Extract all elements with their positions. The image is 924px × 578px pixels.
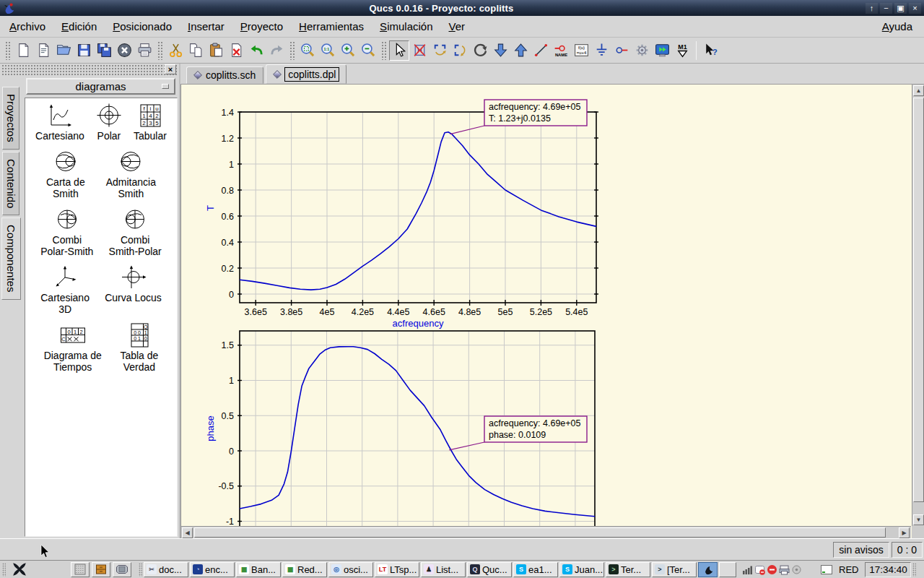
zoom-fit-button[interactable]: [297, 40, 318, 61]
task-ea1[interactable]: Sea1...: [513, 562, 558, 577]
new-text-button[interactable]: [33, 40, 53, 61]
task-enc[interactable]: ◔enc...: [190, 562, 235, 577]
menu-proyecto[interactable]: Proyecto: [232, 17, 291, 35]
menu-edicio-n[interactable]: Edición: [53, 17, 105, 35]
category-combobox[interactable]: diagramas: [26, 78, 175, 95]
task-list[interactable]: ♟List...: [421, 562, 466, 577]
close-document-button[interactable]: [114, 40, 134, 61]
disc-icon[interactable]: [791, 564, 802, 575]
dock-close-button[interactable]: ×: [165, 64, 176, 74]
cut-button[interactable]: [165, 40, 186, 61]
scroll-down-icon[interactable]: ▼: [913, 514, 924, 525]
scroll-right-icon[interactable]: ▶: [899, 527, 910, 538]
insert-ground-button[interactable]: [591, 40, 611, 61]
open-button[interactable]: [53, 40, 74, 61]
menu-simulacio-n[interactable]: Simulación: [372, 17, 440, 35]
vertical-scrollbar[interactable]: ▲ ▼: [912, 85, 924, 526]
tab-coplitts-dpl[interactable]: coplitts.dpl: [266, 64, 346, 84]
window-manager-logo-icon[interactable]: [12, 561, 27, 577]
task-ter[interactable]: >[Ter...: [652, 562, 697, 577]
diagram-item-curve-locus[interactable]: Curva Locus: [105, 264, 162, 304]
diagram-item-cartesian[interactable]: Cartesiano: [35, 103, 84, 142]
diagram-item-combi-smith-polar[interactable]: CombiSmith-Polar: [109, 207, 162, 258]
mirror-horizontal-button[interactable]: [450, 40, 470, 61]
launcher-screen[interactable]: [113, 562, 131, 577]
launcher-drawer[interactable]: [92, 562, 110, 577]
simulate-button[interactable]: [652, 40, 672, 61]
menu-ayuda[interactable]: Ayuda: [874, 17, 923, 35]
task-ter[interactable]: >Ter...: [606, 562, 650, 577]
sidebar-tab-proyectos[interactable]: Proyectos: [2, 87, 19, 150]
restore-button[interactable]: ▣: [894, 3, 907, 14]
select-button[interactable]: [389, 40, 409, 61]
active-task-button[interactable]: [698, 562, 718, 577]
taskbar-grip[interactable]: [912, 563, 916, 577]
whats-this-button[interactable]: ?: [700, 40, 720, 61]
task-red[interactable]: ▦Red...: [282, 562, 327, 577]
shade-button[interactable]: ↑: [866, 3, 878, 14]
menu-posicionado[interactable]: Posicionado: [105, 17, 180, 35]
diagram-item-truth-table[interactable]: Q0 010 10Tabla deVerdad: [120, 322, 158, 374]
insert-port-button[interactable]: [611, 40, 632, 61]
task-quc[interactable]: QQuc...: [467, 562, 512, 577]
redo-button[interactable]: [266, 40, 287, 61]
mirror-vertical-button[interactable]: [430, 40, 450, 61]
diagram-item-tabular[interactable]: fiu142235Tabular: [134, 103, 167, 142]
pop-out-button[interactable]: [510, 40, 531, 61]
undo-button[interactable]: [246, 40, 266, 61]
set-marker-button[interactable]: M1: [672, 40, 692, 61]
taskbar-grip[interactable]: [139, 563, 142, 577]
taskbar-grip[interactable]: [2, 563, 6, 577]
pager-mini-window[interactable]: [821, 565, 832, 574]
diagram-item-smith[interactable]: Carta deSmith: [46, 149, 85, 200]
sidebar-tab-componentes[interactable]: Componentes: [1, 217, 21, 299]
diagram-item-admittance-smith[interactable]: AdmitanciaSmith: [106, 149, 156, 200]
insert-equation-button[interactable]: f(u)=u+4: [571, 40, 591, 61]
dock-drag-handle[interactable]: ×: [1, 64, 178, 75]
menu-herramientas[interactable]: Herramientas: [291, 17, 372, 35]
zoom-reset-button[interactable]: 1:1: [318, 40, 338, 61]
diagram-item-timing-diagram[interactable]: 012CDiagrama deTiempos: [44, 322, 102, 374]
mute-icon[interactable]: [767, 564, 777, 575]
menu-insertar[interactable]: Insertar: [180, 17, 232, 35]
toolbar-grip[interactable]: [289, 41, 295, 60]
horizontal-scrollbar[interactable]: ◀ ▶: [181, 526, 911, 538]
signal-bars-icon[interactable]: [742, 564, 753, 575]
zoom-in-button[interactable]: [338, 40, 358, 61]
minimize-button[interactable]: −: [880, 3, 892, 14]
diagram-canvas[interactable]: 00.20.40.60.811.21.43.6e53.8e54e54.2e54.…: [181, 85, 911, 526]
diagram-item-polar[interactable]: Polar: [95, 103, 123, 142]
toolbar-grip[interactable]: [381, 41, 386, 60]
scroll-up-icon[interactable]: ▲: [913, 85, 924, 96]
task-osci[interactable]: ◎osci...: [328, 562, 373, 577]
zoom-out-button[interactable]: [358, 40, 378, 61]
toolbar-grip[interactable]: [157, 41, 162, 60]
diagram-item-combi-polar-smith[interactable]: CombiPolar-Smith: [40, 207, 93, 258]
paste-button[interactable]: [206, 40, 226, 61]
menu-ver[interactable]: Ver: [441, 17, 474, 35]
sidebar-tab-contenido[interactable]: Contenido: [2, 152, 19, 215]
save-all-button[interactable]: [94, 40, 114, 61]
delete-button[interactable]: [226, 40, 246, 61]
diagram-item-cartesian-3d[interactable]: Cartesiano3D: [40, 264, 90, 316]
menu-archivo[interactable]: Archivo: [1, 17, 53, 35]
rotate-button[interactable]: [470, 40, 490, 61]
print-queue-icon[interactable]: [779, 564, 790, 575]
task-ban[interactable]: ▦Ban...: [236, 562, 281, 577]
print-button[interactable]: [134, 40, 154, 61]
scroll-left-icon[interactable]: ◀: [182, 527, 193, 538]
wire-label-button[interactable]: NAME: [551, 40, 571, 61]
deactivate-component-button[interactable]: [409, 40, 430, 61]
go-into-subcircuit-button[interactable]: [490, 40, 510, 61]
task-ltsp[interactable]: LTLTsp...: [375, 562, 419, 577]
text-editor-button[interactable]: [632, 40, 652, 61]
tab-coplitts-sch[interactable]: coplitts.sch: [186, 66, 263, 84]
task-doc[interactable]: ✂doc...: [144, 562, 188, 577]
task-juan[interactable]: SJuan...: [559, 562, 604, 577]
horizontal-scroll-thumb[interactable]: [194, 527, 886, 538]
copy-button[interactable]: [186, 40, 206, 61]
save-button[interactable]: [74, 40, 94, 61]
insert-wire-button[interactable]: [531, 40, 551, 61]
close-button[interactable]: ×: [909, 3, 921, 14]
titlebar[interactable]: Qucs 0.0.16 - Proyecto: coplitts ↑−▣×: [0, 0, 924, 16]
